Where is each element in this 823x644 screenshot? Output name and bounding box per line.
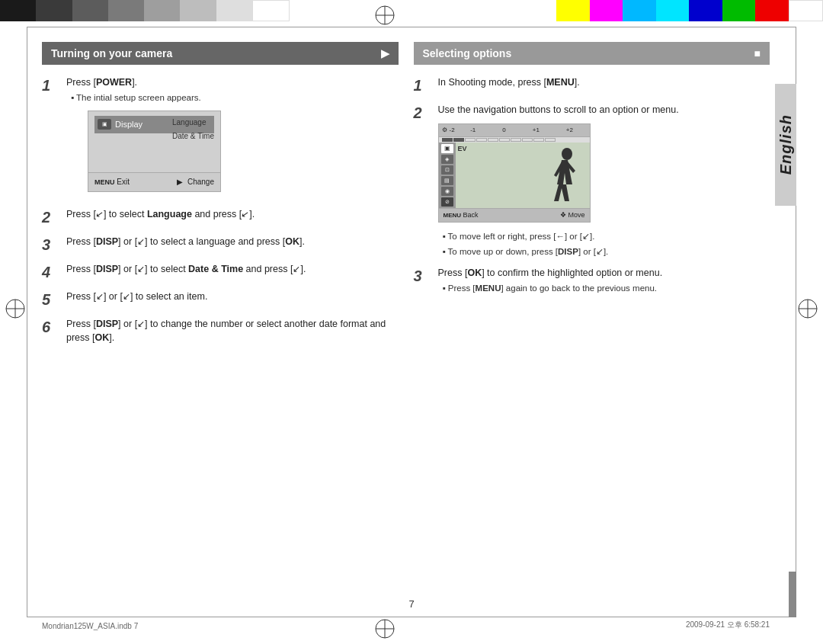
right-step-2-bullet-1: To move left or right, press [←] or [↙]. xyxy=(443,230,679,243)
reg-mark-left xyxy=(4,297,27,320)
right-step-num-3: 3 xyxy=(414,266,435,286)
camera-menu-icon: ▣ xyxy=(98,119,111,130)
ev-footer-right: ❖ Move xyxy=(560,210,585,221)
ev-footer: MENU Back ❖ Move xyxy=(439,208,590,223)
left-step-4: 4 Press [DISP] or [↙] to select Date & T… xyxy=(42,262,399,282)
camera-screen-mockup: ▣ Display LanguageDate & Time xyxy=(88,111,221,192)
step-num-6: 6 xyxy=(42,317,63,337)
ev-icon-5: ◉ xyxy=(441,187,453,196)
right-step-2-bullet-2: To move up or down, press [DISP] or [↙]. xyxy=(443,245,679,258)
step-num-5: 5 xyxy=(42,290,63,309)
left-section-arrow: ▶ xyxy=(381,47,389,59)
page-number: 7 xyxy=(408,598,414,610)
right-steps-list: 1 In Shooting mode, press [MENU]. 2 Use … xyxy=(414,75,770,295)
right-step-2: 2 Use the navigation buttons to scroll t… xyxy=(414,103,770,258)
left-steps-list: 1 Press [POWER]. The intial setup screen… xyxy=(42,75,399,345)
step-2-content: Press [↙] to select Language and press [… xyxy=(66,207,255,222)
camera-footer-left: MENU Exit xyxy=(94,176,130,188)
ev-screen-mockup: ⚙ -2 -10+1+2 xyxy=(438,123,591,223)
ev-image: EV xyxy=(456,143,590,208)
ev-icon-4: ▤ xyxy=(441,176,453,185)
color-bar-right xyxy=(556,0,823,21)
left-section-header: Turning on your camera ▶ xyxy=(42,42,399,65)
ev-icon-6: ⊘ xyxy=(441,197,453,207)
left-step-5: 5 Press [↙] or [↙] to select an item. xyxy=(42,290,399,309)
ev-icon-2: ◈ xyxy=(441,155,453,164)
right-section-square: ■ xyxy=(754,47,761,59)
reg-mark-right xyxy=(796,297,819,320)
ev-top-bar: ⚙ -2 -10+1+2 xyxy=(439,124,590,137)
left-step-1: 1 Press [POWER]. The intial setup screen… xyxy=(42,75,399,200)
left-step-3: 3 Press [DISP] or [↙] to select a langua… xyxy=(42,235,399,255)
right-step-1-content: In Shooting mode, press [MENU]. xyxy=(438,75,580,90)
step-5-content: Press [↙] or [↙] to select an item. xyxy=(66,290,207,304)
left-column: Turning on your camera ▶ 1 Press [POWER]… xyxy=(42,42,399,353)
english-tab: English xyxy=(775,84,796,206)
ev-icon-1: ▣ xyxy=(441,144,453,153)
right-column: Selecting options ■ 1 In Shooting mode, … xyxy=(414,42,770,353)
step-3-content: Press [DISP] or [↙] to select a language… xyxy=(66,235,305,249)
right-step-1: 1 In Shooting mode, press [MENU]. xyxy=(414,75,770,95)
right-step-3-bullet: Press [MENU] again to go back to the pre… xyxy=(443,282,663,295)
figure-silhouette xyxy=(540,146,582,207)
ev-footer-left: MENU Back xyxy=(444,210,479,221)
step-num-2: 2 xyxy=(42,207,63,227)
right-step-3: 3 Press [OK] to confirm the highlighted … xyxy=(414,266,770,295)
english-label: English xyxy=(777,114,795,175)
ev-icon-3: ⊡ xyxy=(441,165,453,175)
ev-bar-row xyxy=(439,137,590,143)
camera-footer-right: ▶ Change xyxy=(177,176,214,188)
right-section-header: Selecting options ■ xyxy=(414,42,770,65)
step-4-content: Press [DISP] or [↙] to select Date & Tim… xyxy=(66,262,306,277)
step-1-content: Press [POWER]. The intial setup screen a… xyxy=(66,75,221,200)
right-section-title: Selecting options xyxy=(423,47,512,59)
step-6-content: Press [DISP] or [↙] to change the number… xyxy=(66,317,399,346)
camera-display-label: Display xyxy=(115,118,143,131)
ev-icons: ▣ ◈ ⊡ ▤ ◉ ⊘ xyxy=(439,143,456,208)
camera-footer: MENU Exit ▶ Change xyxy=(88,172,220,191)
svg-point-12 xyxy=(562,148,572,160)
step-1-bullet: The intial setup screen appears. xyxy=(71,91,221,104)
step-num-1: 1 xyxy=(42,75,63,95)
right-step-num-2: 2 xyxy=(414,103,435,123)
left-step-6: 6 Press [DISP] or [↙] to change the numb… xyxy=(42,317,399,346)
camera-right-labels: LanguageDate & Time xyxy=(172,116,214,143)
reg-mark-top xyxy=(373,4,396,27)
footer-right: 2009-09-21 오후 6:58:21 xyxy=(686,620,770,630)
right-step-3-content: Press [OK] to confirm the highlighted op… xyxy=(438,266,663,295)
right-step-num-1: 1 xyxy=(414,75,435,95)
reg-mark-bottom xyxy=(373,617,396,640)
right-step-2-content: Use the navigation buttons to scroll to … xyxy=(438,103,679,258)
left-section-title: Turning on your camera xyxy=(51,47,172,59)
ev-label: EV xyxy=(458,144,467,155)
left-step-2: 2 Press [↙] to select Language and press… xyxy=(42,207,399,227)
bottom-right-bar xyxy=(789,572,796,617)
footer-left: Mondrian125W_ASIA.indb 7 xyxy=(42,622,138,630)
step-num-4: 4 xyxy=(42,262,63,282)
step-num-3: 3 xyxy=(42,235,63,255)
main-content: Turning on your camera ▶ 1 Press [POWER]… xyxy=(42,42,770,602)
ev-main-area: ▣ ◈ ⊡ ▤ ◉ ⊘ EV xyxy=(439,143,590,208)
